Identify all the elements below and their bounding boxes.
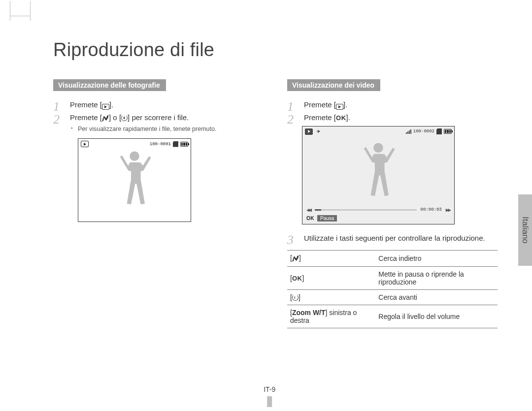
page-title: Riproduzione di file bbox=[53, 39, 498, 61]
photo-step-2: Premete [🗲] o [] per scorrere i file. Pe… bbox=[53, 113, 264, 133]
controls-table: [🗲] Cerca indietro [OK] Mette in pausa o… bbox=[287, 250, 498, 328]
table-row: [] Cerca avanti bbox=[287, 289, 498, 305]
rewind-icon: ◀◀ bbox=[306, 207, 311, 213]
lcd-video-preview: 🕩 100-0002 ◀◀ 00:00:03 ▶▶ bbox=[302, 126, 455, 224]
video-step-2: Premete [OK]. bbox=[287, 113, 498, 123]
battery-icon bbox=[444, 129, 452, 134]
video-time: 00:00:03 bbox=[421, 207, 442, 212]
ok-label: OK bbox=[336, 114, 346, 122]
timer-icon bbox=[292, 294, 299, 301]
ok-label: OK bbox=[306, 216, 314, 221]
lcd-play-icon bbox=[305, 128, 313, 135]
crop-mark bbox=[10, 1, 30, 21]
section-heading-photos: Visualizzazione delle fotografie bbox=[53, 79, 166, 91]
language-tab: Italiano bbox=[518, 194, 532, 266]
photo-silhouette bbox=[112, 147, 157, 216]
video-section: Visualizzazione dei video Premete []. Pr… bbox=[287, 79, 498, 328]
photo-step-2-note: Per visualizzare rapidamente i file, ten… bbox=[70, 125, 264, 133]
flash-icon: 🗲 bbox=[102, 114, 109, 124]
video-step-1: Premete []. bbox=[287, 100, 498, 110]
forward-icon: ▶▶ bbox=[446, 207, 450, 213]
signal-icon bbox=[406, 129, 411, 134]
manual-page: Riproduzione di file Visualizzazione del… bbox=[53, 39, 498, 396]
section-heading-videos: Visualizzazione dei video bbox=[287, 79, 380, 91]
sd-card-icon bbox=[436, 128, 442, 134]
lcd-counter: 100-0002 bbox=[413, 129, 434, 134]
ok-label: OK bbox=[292, 275, 302, 282]
photo-section: Visualizzazione delle fotografie Premete… bbox=[53, 79, 264, 328]
control-desc: Mette in pausa o riprende la riproduzion… bbox=[375, 266, 498, 289]
table-row: [Zoom W/T] sinistra o destra Regola il l… bbox=[287, 305, 498, 328]
play-icon bbox=[336, 104, 343, 110]
control-desc: Regola il livello del volume bbox=[375, 305, 498, 328]
photo-step-1: Premete []. bbox=[53, 100, 264, 110]
sound-icon: 🕩 bbox=[316, 128, 321, 134]
control-desc: Cerca avanti bbox=[375, 289, 498, 305]
page-number: IT-9 bbox=[264, 385, 275, 407]
table-row: [🗲] Cerca indietro bbox=[287, 250, 498, 266]
lcd-photo-preview: 100-0001 bbox=[78, 138, 191, 222]
battery-icon bbox=[180, 142, 188, 147]
sd-card-icon bbox=[173, 141, 178, 147]
video-progress: ◀◀ 00:00:03 ▶▶ bbox=[306, 207, 450, 213]
flash-icon: 🗲 bbox=[292, 255, 299, 263]
pause-label: Pausa bbox=[317, 215, 337, 221]
control-desc: Cerca indietro bbox=[375, 250, 498, 266]
play-icon bbox=[102, 104, 109, 110]
lcd-play-icon bbox=[81, 141, 89, 147]
lcd-counter: 100-0001 bbox=[150, 142, 171, 147]
table-row: [OK] Mette in pausa o riprende la riprod… bbox=[287, 266, 498, 289]
timer-icon bbox=[121, 115, 128, 121]
video-silhouette bbox=[356, 139, 400, 208]
video-step-3: Utilizzate i tasti seguenti per controll… bbox=[287, 233, 498, 243]
